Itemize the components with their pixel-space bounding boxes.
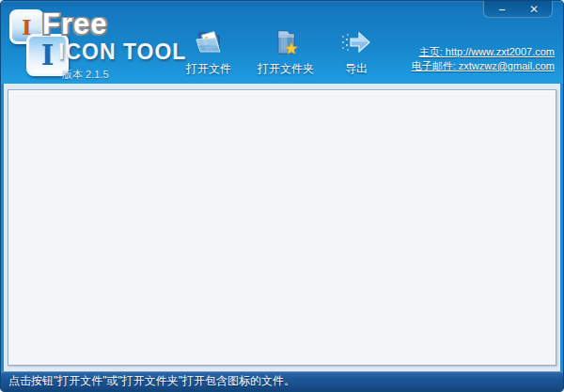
open-folder-button[interactable]: 打开文件夹 [252,24,320,80]
app-title-line2: ICON TOOL [58,41,186,63]
export-arrow-icon [340,26,372,58]
body-area [1,84,563,371]
window-controls: – ✕ [483,1,553,18]
app-window: I I Free ICON TOOL 版本 2.1.5 [0,0,564,392]
open-file-icon [193,26,225,58]
minimize-button[interactable]: – [494,3,510,16]
open-folder-icon [270,26,302,58]
brand-block: Free ICON TOOL 版本 2.1.5 [42,9,186,80]
email-link[interactable]: 电子邮件: zxtwzwz@gmail.com [412,59,555,73]
export-button[interactable]: 导出 [335,24,378,80]
toolbar: 打开文件 打开文件夹 [180,24,378,80]
open-file-label: 打开文件 [186,61,231,77]
close-button[interactable]: ✕ [525,3,542,16]
links-block: 主页: http://www.zxt2007.com 电子邮件: zxtwzwz… [412,45,555,73]
export-label: 导出 [345,61,368,77]
status-bar: 点击按钮"打开文件"或"打开文件夹"打开包含图标的文件。 [1,371,563,392]
homepage-link[interactable]: 主页: http://www.zxt2007.com [412,45,555,59]
open-folder-label: 打开文件夹 [258,61,314,77]
header: I I Free ICON TOOL 版本 2.1.5 [1,1,563,84]
app-title-line1: Free [42,9,186,39]
status-message: 点击按钮"打开文件"或"打开文件夹"打开包含图标的文件。 [8,373,295,389]
icon-list-panel [8,89,556,366]
open-file-button[interactable]: 打开文件 [180,24,237,80]
version-label: 版本 2.1.5 [62,70,186,80]
